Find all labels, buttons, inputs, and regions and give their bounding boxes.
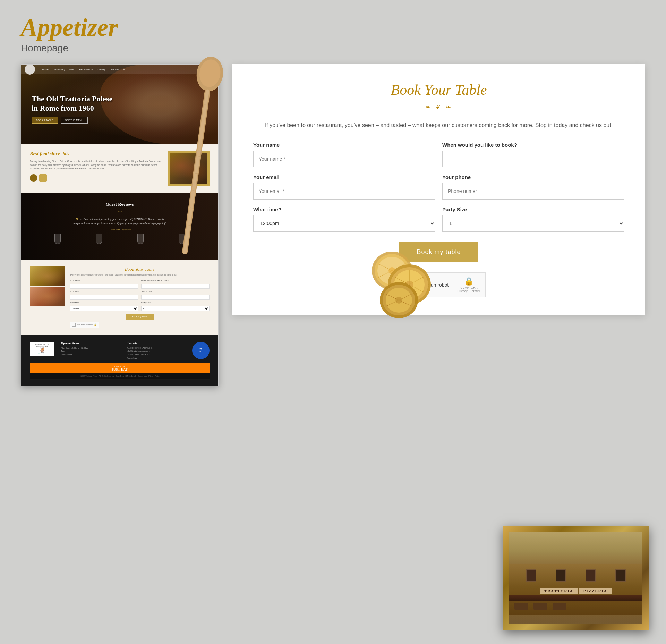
book-btn-small[interactable]: Book my table bbox=[126, 314, 154, 320]
nav-home[interactable]: Home bbox=[42, 68, 49, 71]
time-label: What time? bbox=[253, 206, 435, 212]
email-input[interactable] bbox=[253, 183, 435, 200]
review-quote: " Excellent restaurant for quality, pric… bbox=[71, 217, 168, 226]
book-table-desc: If you've been to our restaurant, you've… bbox=[253, 121, 624, 130]
app-title: Appetizer bbox=[21, 14, 645, 41]
wine-glass-1 bbox=[54, 234, 61, 251]
best-food-title: Best food since '60s bbox=[30, 151, 163, 157]
phone-input[interactable] bbox=[442, 183, 624, 200]
form-group-party-small: Party Size 1 bbox=[141, 302, 210, 311]
ta-badge-text: CERTIFICATO DIECCELLENZA bbox=[32, 344, 52, 347]
phone-label-small: Your phone bbox=[141, 290, 210, 293]
party-select[interactable]: 1 2 3 4 5+ bbox=[442, 215, 624, 232]
wine-glass-3 bbox=[137, 234, 144, 251]
captcha-checkbox-small[interactable] bbox=[72, 323, 76, 327]
phone-input-small[interactable] bbox=[141, 295, 210, 300]
nav-logo bbox=[25, 65, 35, 75]
booking-form-grid: Your name When would you like to book? Y… bbox=[253, 142, 624, 232]
phone-label: Your phone bbox=[442, 174, 624, 180]
lemon-slices-group bbox=[371, 243, 441, 321]
main-content: Home Our History Menu Reservations Galle… bbox=[21, 64, 645, 386]
hero-content: The Old Trattoria Polese in Rome from 19… bbox=[32, 94, 112, 124]
nav-lang[interactable]: en bbox=[123, 68, 126, 71]
form-group-party: Party Size 1 2 3 4 5+ bbox=[442, 206, 624, 232]
food-img-2 bbox=[30, 287, 65, 306]
best-food-avatars bbox=[30, 174, 163, 182]
time-select-small[interactable]: 12:00pm bbox=[70, 306, 138, 311]
captcha-logo-small: 🔒 bbox=[94, 323, 96, 326]
time-label-small: What time? bbox=[70, 302, 138, 304]
nav-contacts[interactable]: Contacts bbox=[110, 68, 119, 71]
hero-book-btn[interactable]: BOOK A TABLE bbox=[32, 117, 58, 124]
date-label: When would you like to book? bbox=[442, 142, 624, 148]
recaptcha-links: Privacy · Termini bbox=[457, 289, 480, 293]
wine-glass-2 bbox=[95, 234, 102, 251]
recaptcha-badge: 🔒 reCAPTCHA Privacy · Termini bbox=[457, 277, 480, 293]
form-group-name: Your name bbox=[253, 142, 435, 167]
svg-text:❧ ❦ ❧: ❧ ❦ ❧ bbox=[425, 104, 453, 111]
name-label: Your name bbox=[253, 142, 435, 148]
ornament-decor: ❧ ❦ ❧ bbox=[253, 102, 624, 114]
book-table-small-section: Book Your Table If you've been to our re… bbox=[21, 260, 218, 335]
email-label-small: Your email bbox=[70, 290, 138, 293]
tripadvisor-label: tripadvisor bbox=[32, 353, 52, 355]
hours-title: Opening Hours bbox=[61, 342, 120, 345]
form-group-date: When would you like to book? bbox=[442, 142, 624, 167]
page-wrapper: Appetizer Homepage Home Our History Menu… bbox=[0, 0, 666, 644]
name-input-small[interactable] bbox=[70, 284, 138, 289]
form-group-phone: Your phone bbox=[442, 174, 624, 200]
hero-menu-btn[interactable]: SEE THE MENU bbox=[61, 117, 88, 124]
book-table-card-title: Book Your Table bbox=[253, 82, 624, 98]
party-label: Party Size bbox=[442, 206, 624, 212]
date-input[interactable] bbox=[442, 151, 624, 167]
just-eat-logo: JUST EAT bbox=[32, 367, 207, 371]
nav-menu[interactable]: Menu bbox=[69, 68, 75, 71]
form-group-time-small: What time? 12:00pm bbox=[70, 302, 138, 311]
book-form-small: Book Your Table If you've been to our re… bbox=[70, 266, 210, 328]
food-images bbox=[30, 266, 65, 328]
form-row-small-3: What time? 12:00pm Party Size 1 bbox=[70, 302, 210, 311]
food-img-1 bbox=[30, 266, 65, 286]
just-eat-bar: ORDER ON JUST EAT bbox=[30, 363, 210, 373]
nav-reservations[interactable]: Reservations bbox=[79, 68, 94, 71]
name-label-small: Your name bbox=[70, 279, 138, 281]
recaptcha-icon: 🔒 bbox=[464, 277, 473, 286]
time-select[interactable]: 12:00pm 1:00pm 2:00pm 7:00pm 8:00pm 9:00… bbox=[253, 215, 435, 232]
hero-buttons: BOOK A TABLE SEE THE MENU bbox=[32, 117, 112, 124]
form-group-date-small: When would you like to book? bbox=[141, 279, 210, 289]
nav-gallery[interactable]: Gallery bbox=[97, 68, 105, 71]
form-group-email: Your email bbox=[253, 174, 435, 200]
footer-hours: Opening Hours Mon-Sun: 12:00pm – 12:00pm… bbox=[61, 342, 120, 357]
tripadvisor-badge: CERTIFICATO DIECCELLENZA 🦉 tripadvisor bbox=[30, 342, 54, 356]
form-group-name-small: Your name bbox=[70, 279, 138, 289]
form-group-email-small: Your email bbox=[70, 290, 138, 300]
app-subtitle: Homepage bbox=[21, 43, 645, 54]
form-row-small-1: Your name When would you like to book? bbox=[70, 279, 210, 289]
date-label-small: When would you like to book? bbox=[141, 279, 210, 281]
hours-text: Mon-Sun: 12:00pm – 12:00pmTue:Wed: close… bbox=[61, 347, 120, 357]
avatar-emblem bbox=[39, 174, 47, 182]
avatar-chef bbox=[30, 174, 37, 182]
footer-legal: ©2017 Trattoria Polese · All Rights Rese… bbox=[30, 373, 210, 379]
nav-bar: Home Our History Menu Reservations Galle… bbox=[21, 65, 218, 74]
best-food-desc: Facing breathtaking Piazza Orima Cavern … bbox=[30, 160, 163, 171]
nav-history[interactable]: Our History bbox=[53, 68, 65, 71]
vintage-frame-photo: TRATTORIA PIZZERIA bbox=[503, 526, 649, 630]
best-food-text: Best food since '60s Facing breathtaking… bbox=[30, 151, 163, 182]
form-row-small-2: Your email Your phone bbox=[70, 290, 210, 300]
party-label-small: Party Size bbox=[141, 302, 210, 304]
name-input[interactable] bbox=[253, 151, 435, 167]
contacts-text: Tel: 00.00.1789 1789/41143info@trattoria… bbox=[127, 347, 185, 360]
footer-content: CERTIFICATO DIECCELLENZA 🦉 tripadvisor O… bbox=[30, 342, 210, 360]
email-input-small[interactable] bbox=[70, 295, 138, 300]
party-select-small[interactable]: 1 bbox=[141, 306, 210, 311]
title-section: Appetizer Homepage bbox=[21, 14, 645, 54]
email-label: Your email bbox=[253, 174, 435, 180]
svg-point-33 bbox=[395, 297, 402, 304]
date-input-small[interactable] bbox=[141, 284, 210, 289]
form-group-time: What time? 12:00pm 1:00pm 2:00pm 7:00pm … bbox=[253, 206, 435, 232]
footer-contacts: Contacts Tel: 00.00.1789 1789/41143info@… bbox=[127, 342, 185, 360]
contacts-title: Contacts bbox=[127, 342, 185, 345]
parking-badge: P bbox=[192, 342, 210, 359]
ta-owl-icon: 🦉 bbox=[32, 347, 52, 353]
